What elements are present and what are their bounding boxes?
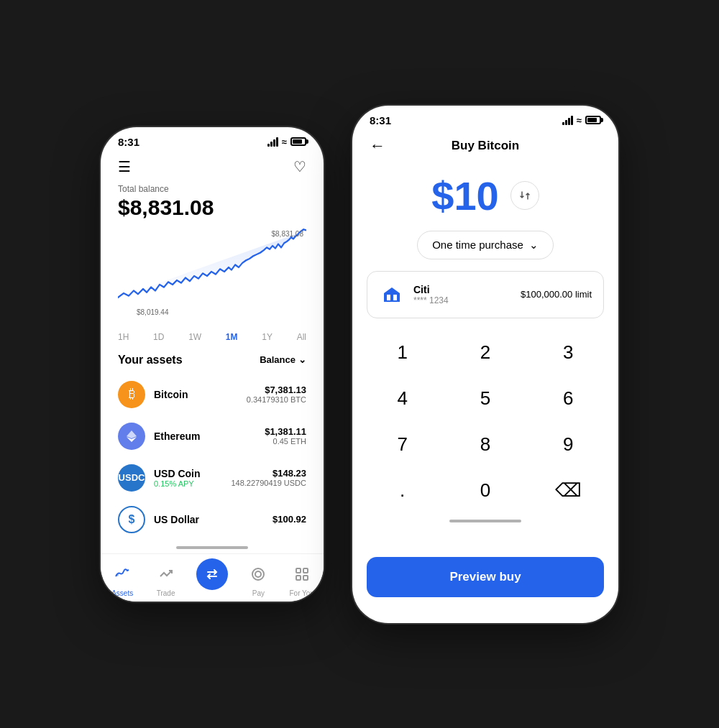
asset-values-eth: $1,381.11 0.45 ETH [265, 426, 306, 446]
amount-display: $10 [352, 158, 618, 231]
chart-high-label: $8,831.08 [272, 230, 304, 238]
btc-usd: $7,381.13 [247, 384, 306, 395]
purchase-type-dropdown[interactable]: One time purchase ⌄ [417, 231, 554, 259]
chart-low-label: $8,019.44 [137, 308, 169, 316]
numpad-key-8[interactable]: 8 [444, 422, 526, 468]
numpad-key-4[interactable]: 4 [361, 376, 444, 422]
asset-info-usdc: USD Coin 0.15% APY [154, 468, 222, 488]
numpad-key-7[interactable]: 7 [361, 422, 444, 468]
bank-icon [379, 282, 405, 308]
convert-button[interactable] [510, 181, 539, 210]
list-item[interactable]: Ethereum $1,381.11 0.45 ETH [101, 415, 324, 457]
usdc-usd: $148.23 [231, 468, 306, 479]
signal-icon-right [562, 116, 573, 125]
filter-1h[interactable]: 1H [118, 332, 129, 342]
list-item[interactable]: ₿ Bitcoin $7,381.13 0.34179310 BTC [101, 374, 324, 415]
nav-item-pay[interactable]: Pay [245, 561, 271, 597]
svg-rect-6 [303, 568, 308, 573]
payment-method[interactable]: Citi **** 1234 $100,000.00 limit [367, 271, 604, 318]
chevron-down-icon: ⌄ [298, 354, 306, 365]
svg-point-3 [252, 568, 264, 580]
asset-name-btc: Bitcoin [154, 389, 238, 400]
purchase-type-label: One time purchase [432, 239, 523, 251]
foryou-icon [289, 561, 315, 587]
nav-label-trade: Trade [157, 589, 175, 597]
numpad-key-5[interactable]: 5 [444, 376, 526, 422]
nav-label-assets: Assets [111, 589, 133, 597]
asset-info-usd: US Dollar [154, 514, 264, 525]
left-phone: 8:31 ≈ ☰ ♡ Total balance $8,831.08 $8,83… [101, 127, 324, 602]
numpad-key-1[interactable]: 1 [361, 330, 444, 376]
bank-name: Citi [413, 284, 512, 295]
nav-item-swap[interactable] [196, 566, 228, 592]
status-icons-left: ≈ [267, 137, 306, 147]
numpad-key-9[interactable]: 9 [527, 422, 610, 468]
filter-1y[interactable]: 1Y [262, 332, 273, 342]
left-header: ☰ ♡ [101, 152, 324, 178]
filter-1d[interactable]: 1D [153, 332, 164, 342]
svg-marker-0 [127, 430, 137, 438]
eth-usd: $1,381.11 [265, 426, 306, 437]
usdc-apy: 0.15% APY [154, 479, 222, 488]
battery-icon-right [585, 116, 601, 124]
numpad-key-6[interactable]: 6 [527, 376, 610, 422]
svg-rect-12 [397, 295, 400, 300]
numpad-key-2[interactable]: 2 [444, 330, 526, 376]
usdc-crypto: 148.22790419 USDC [231, 479, 306, 487]
eth-crypto: 0.45 ETH [265, 437, 306, 446]
asset-name-eth: Ethereum [154, 430, 256, 442]
svg-point-2 [116, 573, 119, 576]
balance-amount: $8,831.08 [118, 195, 306, 220]
nav-label-foryou: For You [290, 589, 314, 597]
bank-account: **** 1234 [413, 295, 512, 305]
status-bar-right: 8:31 ≈ [352, 106, 618, 131]
chevron-down-icon: ⌄ [529, 239, 539, 252]
time-filters: 1H 1D 1W 1M 1Y All [101, 329, 324, 351]
numpad-key-0[interactable]: 0 [444, 468, 526, 514]
numpad-key-dot[interactable]: . [361, 468, 444, 514]
usd-icon: $ [118, 506, 145, 533]
bank-limit: $100,000.00 limit [521, 289, 592, 300]
bell-icon[interactable]: ♡ [293, 158, 306, 175]
nav-item-foryou[interactable]: For You [289, 561, 315, 597]
nav-item-trade[interactable]: Trade [153, 561, 179, 597]
swap-icon [196, 558, 228, 590]
bank-info: Citi **** 1234 [413, 284, 512, 305]
svg-rect-8 [303, 576, 308, 580]
svg-rect-10 [384, 295, 387, 300]
status-bar-left: 8:31 ≈ [101, 127, 324, 152]
svg-marker-14 [384, 287, 400, 293]
buy-amount: $10 [431, 172, 498, 219]
menu-icon[interactable]: ☰ [118, 158, 131, 175]
home-indicator-right [449, 520, 521, 522]
price-chart [118, 229, 306, 315]
trade-icon [153, 561, 179, 587]
numpad-key-backspace[interactable]: ⌫ [527, 468, 610, 514]
balance-sort-button[interactable]: Balance ⌄ [260, 354, 306, 365]
list-item[interactable]: USDC USD Coin 0.15% APY $148.23 148.2279… [101, 457, 324, 499]
back-button[interactable]: ← [370, 137, 385, 155]
asset-values-usdc: $148.23 148.22790419 USDC [231, 468, 306, 487]
filter-all[interactable]: All [297, 332, 306, 342]
right-phone: 8:31 ≈ ← Buy Bitcoin $10 [352, 106, 618, 623]
right-header: ← Buy Bitcoin [352, 131, 618, 158]
usd-amount: $100.92 [273, 514, 306, 525]
numpad-key-3[interactable]: 3 [527, 330, 610, 376]
nav-item-assets[interactable]: Assets [109, 561, 135, 597]
usdc-icon: USDC [118, 464, 145, 492]
asset-name-usdc: USD Coin [154, 468, 222, 479]
signal-icon [267, 137, 278, 147]
home-indicator-left [176, 546, 248, 549]
svg-rect-11 [390, 295, 393, 300]
assets-title: Your assets [118, 354, 183, 367]
preview-btn-wrap: Preview buy [352, 545, 618, 612]
asset-values-btc: $7,381.13 0.34179310 BTC [247, 384, 306, 404]
filter-1w[interactable]: 1W [188, 332, 201, 342]
asset-values-usd: $100.92 [273, 514, 306, 525]
purchase-type-section: One time purchase ⌄ [352, 231, 618, 271]
btc-crypto: 0.34179310 BTC [247, 395, 306, 404]
asset-info-btc: Bitcoin [154, 389, 238, 400]
preview-buy-button[interactable]: Preview buy [367, 557, 604, 597]
filter-1m[interactable]: 1M [226, 332, 238, 342]
list-item[interactable]: $ US Dollar $100.92 [101, 499, 324, 540]
